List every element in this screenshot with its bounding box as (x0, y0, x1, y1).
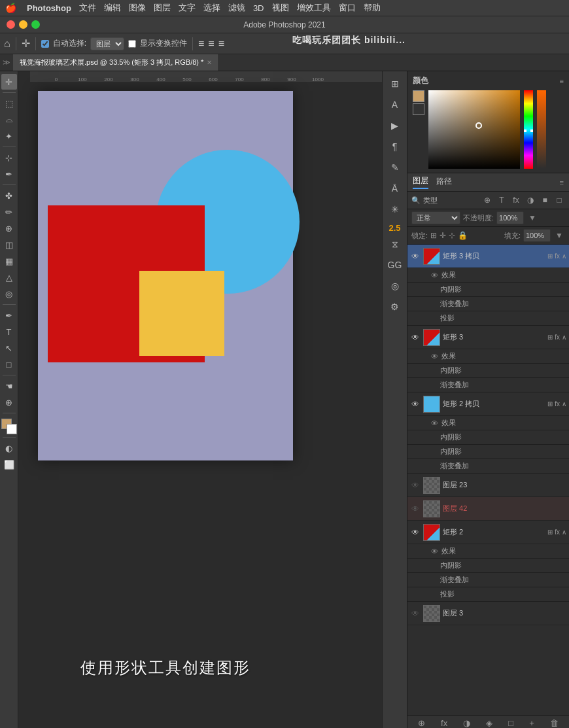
type-icon[interactable]: A (385, 95, 405, 114)
menu-text[interactable]: 文字 (179, 2, 196, 14)
lock-all-icon[interactable]: 🔒 (458, 231, 468, 240)
layer-visibility-eye[interactable]: 👁 (410, 481, 421, 490)
menu-edit[interactable]: 编辑 (104, 2, 121, 14)
layer-item[interactable]: 👁 矩形 2 ⊞ fx ∧ (407, 521, 569, 544)
paragraph-icon[interactable]: ¶ (385, 137, 405, 156)
color-background-swatch[interactable] (413, 103, 424, 115)
menu-view[interactable]: 视图 (272, 2, 289, 14)
maximize-button[interactable] (31, 20, 40, 29)
zoom-tool[interactable]: ⊕ (1, 394, 17, 410)
layer-link-icon[interactable]: ⊕ (418, 718, 425, 728)
layer-group-icon[interactable]: □ (508, 718, 513, 728)
healing-tool[interactable]: ✤ (1, 188, 17, 203)
brush-mid-icon[interactable]: ✎ (385, 158, 405, 177)
magic-wand-tool[interactable]: ✦ (1, 128, 17, 144)
lock-move-icon[interactable]: ✛ (440, 231, 446, 240)
tab-prev-arrow[interactable]: ≫ (0, 54, 13, 71)
hand-tool[interactable]: ☚ (1, 378, 17, 394)
layer-adj-icon[interactable]: ◈ (486, 718, 492, 728)
layer-filter-icon[interactable]: ⊕ (481, 194, 493, 206)
layer-collapse-arrow[interactable]: ∧ (562, 252, 566, 260)
menu-select[interactable]: 选择 (203, 2, 220, 14)
layer-visibility-eye[interactable]: 👁 (410, 400, 421, 409)
text-mid-icon[interactable]: GG (385, 255, 405, 275)
close-button[interactable] (7, 20, 15, 29)
lasso-tool[interactable]: ⌓ (1, 112, 17, 128)
layer-collapse-arrow[interactable]: ∧ (562, 334, 566, 341)
layer-visibility-eye[interactable]: 👁 (410, 252, 421, 261)
show-transform-checkbox[interactable] (128, 40, 136, 48)
menu-help[interactable]: 帮助 (364, 2, 381, 14)
layer-style-icon[interactable]: fx (441, 718, 447, 728)
eyedropper-tool[interactable]: ✒ (1, 166, 17, 182)
marquee-tool[interactable]: ⬚ (1, 95, 17, 111)
sliders-icon[interactable]: ⚙ (385, 297, 405, 317)
layer-mask-icon[interactable]: ◑ (463, 718, 470, 728)
clone-tool[interactable]: ⊕ (1, 220, 17, 236)
star-icon[interactable]: ✳ (385, 199, 405, 219)
move-tool[interactable]: ✛ (1, 74, 17, 90)
circle-icon[interactable]: ◎ (385, 276, 405, 296)
align-icon[interactable]: ≡ (198, 38, 204, 50)
color-gradient-picker[interactable] (428, 90, 520, 169)
layer-adj-icon[interactable]: ◑ (525, 194, 536, 206)
layer-visibility-eye[interactable]: 👁 (410, 333, 421, 342)
type2-icon[interactable]: Ā (385, 179, 405, 198)
layer-item[interactable]: 👁 矩形 2 拷贝 ⊞ fx ∧ (407, 392, 569, 416)
tab-layers[interactable]: 图层 (413, 175, 428, 189)
layer-item[interactable]: 👁 图层 23 (407, 474, 569, 497)
auto-select-dropdown[interactable]: 图层 组 (90, 37, 124, 50)
tab-close-button[interactable]: ✕ (207, 59, 212, 66)
menu-3d[interactable]: 3D (253, 3, 264, 13)
sub-eye[interactable]: 👁 (431, 547, 441, 555)
layer-fx-icon[interactable]: fx (510, 194, 522, 206)
color-gradient-field[interactable] (428, 90, 520, 169)
color-panel-menu[interactable]: ≡ (560, 77, 564, 85)
crop-tool[interactable]: ⊹ (1, 150, 17, 165)
opacity-input[interactable] (496, 211, 524, 224)
align2-icon[interactable]: ≡ (208, 38, 214, 50)
screen-mode-tool[interactable]: ⬜ (1, 457, 17, 472)
layer-smart-icon[interactable]: □ (553, 194, 565, 206)
adjust-icon[interactable]: ⧖ (385, 234, 405, 254)
brush-tool[interactable]: ✏ (1, 204, 17, 220)
layer-visibility-eye[interactable]: 👁 (410, 609, 421, 618)
lock-pixels-icon[interactable]: ⊞ (430, 231, 437, 240)
layer-visibility-eye[interactable]: 👁 (410, 504, 421, 513)
lock-artboard-icon[interactable]: ⊹ (449, 231, 455, 240)
gradient-tool[interactable]: ▦ (1, 253, 17, 269)
align3-icon[interactable]: ≡ (218, 38, 224, 50)
layer-color-icon[interactable]: ■ (539, 194, 551, 206)
menu-image[interactable]: 图像 (129, 2, 146, 14)
path-selection-tool[interactable]: ↖ (1, 340, 17, 356)
tab-document[interactable]: 视觉海报玻璃艺术展.psd @ 33.5% (矩形 3 拷贝, RGB/8) *… (13, 54, 219, 71)
hue-strip[interactable] (524, 90, 533, 169)
tab-paths[interactable]: 路径 (436, 176, 452, 188)
color-swatches[interactable] (1, 419, 17, 434)
menu-file[interactable]: 文件 (79, 2, 96, 14)
color-foreground-swatch[interactable] (413, 90, 424, 102)
sub-eye[interactable]: 👁 (431, 353, 441, 360)
home-icon[interactable]: ⌂ (4, 38, 10, 50)
menu-layer[interactable]: 图层 (154, 2, 171, 14)
alpha-strip[interactable] (537, 90, 546, 169)
sub-eye[interactable]: 👁 (431, 419, 441, 427)
layer-item[interactable]: 👁 图层 3 (407, 602, 569, 625)
fill-arrow[interactable]: ▼ (553, 230, 565, 241)
apple-icon[interactable]: 🍎 (5, 3, 16, 13)
menu-window[interactable]: 窗口 (339, 2, 356, 14)
grid-icon[interactable]: ⊞ (385, 74, 405, 94)
background-color[interactable] (7, 424, 17, 434)
layer-text-icon[interactable]: T (496, 194, 508, 206)
layer-item[interactable]: 👁 矩形 3 拷贝 ⊞ fx ∧ (407, 245, 569, 268)
blend-mode-select[interactable]: 正常 正片叠底 滤色 (411, 211, 460, 224)
menu-filter[interactable]: 滤镜 (228, 2, 245, 14)
blur-tool[interactable]: △ (1, 269, 17, 285)
fill-input[interactable] (523, 229, 551, 242)
minimize-button[interactable] (19, 20, 27, 29)
play-icon[interactable]: ▶ (385, 116, 405, 135)
eraser-tool[interactable]: ◫ (1, 237, 17, 252)
layer-delete-icon[interactable]: 🗑 (550, 718, 559, 728)
shape-tool[interactable]: □ (1, 356, 17, 372)
dodge-tool[interactable]: ◎ (1, 286, 17, 302)
